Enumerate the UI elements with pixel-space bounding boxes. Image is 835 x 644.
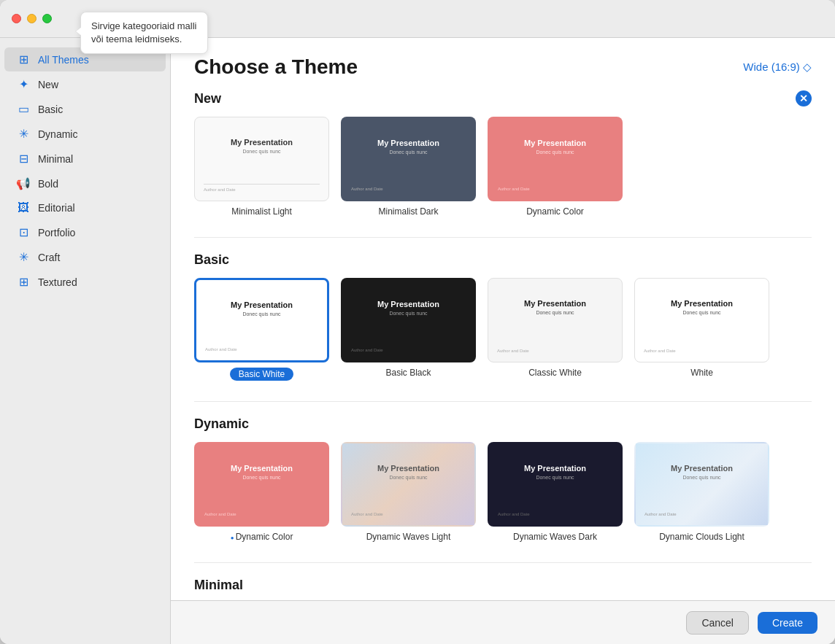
theme-thumbnail-dynamic-color2: My Presentation Donec quis nunc Author a… (194, 442, 329, 527)
slide-text-classic-white: My Presentation Donec quis nunc (524, 299, 586, 315)
theme-label-dynamic-waves-light: Dynamic Waves Light (366, 532, 451, 542)
section-dynamic-title: Dynamic (194, 416, 249, 432)
sidebar-label-minimal: Minimal (38, 153, 73, 165)
theme-dynamic-clouds-light[interactable]: My Presentation Donec quis nunc Author a… (634, 442, 769, 542)
theme-basic-black[interactable]: My Presentation Donec quis nunc Author a… (341, 278, 476, 381)
sidebar-label-bold: Bold (38, 178, 58, 190)
section-dynamic-header: Dynamic (194, 416, 812, 432)
theme-label-minimalist-light: Minimalist Light (231, 206, 292, 217)
theme-label-dynamic-clouds-light: Dynamic Clouds Light (659, 532, 744, 542)
slide-subtitle-cw: Donec quis nunc (524, 310, 586, 315)
slide-title-w: My Presentation (671, 299, 733, 308)
sidebar-item-portfolio[interactable]: ⊡ Portfolio (4, 220, 166, 244)
slide-text-dynamic-color: My Presentation Donec quis nunc (524, 139, 586, 155)
slide-title-cw: My Presentation (524, 299, 586, 308)
theme-dynamic-color2[interactable]: My Presentation Donec quis nunc Author a… (194, 442, 329, 542)
themes-scroll-area[interactable]: New ✕ My Presentation Donec quis nunc (171, 90, 835, 600)
close-button[interactable] (12, 14, 21, 23)
sidebar-label-textured: Textured (38, 276, 77, 288)
slide-title: My Presentation (231, 138, 293, 147)
theme-minimalist-dark[interactable]: My Presentation Donec quis nunc Author a… (341, 117, 476, 217)
theme-thumbnail-basic-black: My Presentation Donec quis nunc Author a… (341, 278, 476, 362)
slide-author-dc2: Author and Date (204, 512, 236, 516)
sidebar-item-new[interactable]: ✦ New (4, 72, 166, 96)
sidebar-item-dynamic[interactable]: ✳ Dynamic (4, 122, 166, 146)
maximize-button[interactable] (42, 14, 52, 23)
sidebar-item-bold[interactable]: 📢 Bold (4, 171, 166, 195)
sidebar-item-craft[interactable]: ✳ Craft (4, 245, 166, 269)
section-dynamic: Dynamic My Presentation Donec quis nunc (194, 416, 812, 542)
sidebar-item-editorial[interactable]: 🖼 Editorial (4, 196, 166, 220)
slide-title-dwd: My Presentation (524, 464, 586, 473)
theme-dynamic-color-new[interactable]: My Presentation Donec quis nunc Author a… (488, 117, 623, 217)
slide-subtitle-dark: Donec quis nunc (377, 150, 439, 155)
theme-label-classic-white: Classic White (528, 368, 582, 378)
slide-subtitle-dc2: Donec quis nunc (231, 475, 293, 480)
sidebar-item-basic[interactable]: ▭ Basic (4, 97, 166, 121)
theme-label-basic-white: Basic White (230, 368, 293, 381)
page-title: Choose a Theme (194, 55, 358, 79)
minimize-button[interactable] (27, 14, 36, 23)
new-themes-row-container: My Presentation Donec quis nunc Author a… (194, 117, 812, 217)
theme-thumbnail-dynamic-color: My Presentation Donec quis nunc Author a… (488, 117, 623, 201)
sidebar-label-dynamic: Dynamic (38, 128, 77, 140)
theme-label-dynamic-color: Dynamic Color (526, 206, 584, 217)
sidebar-label-new: New (38, 79, 58, 90)
main-window: Sirvige kategooriaid malli või teema lei… (0, 0, 835, 644)
theme-thumbnail-dynamic-clouds-light: My Presentation Donec quis nunc Author a… (634, 442, 769, 527)
theme-classic-white[interactable]: My Presentation Donec quis nunc Author a… (488, 278, 623, 381)
slide-subtitle-dwl: Donec quis nunc (377, 475, 439, 480)
main-panel: Choose a Theme Wide (16:9) ◇ New ✕ (171, 38, 835, 644)
slide-author-dcl: Author and Date (644, 512, 677, 516)
section-minimal: Minimal (194, 578, 812, 593)
theme-thumbnail-dynamic-waves-light: My Presentation Donec quis nunc Author a… (341, 442, 476, 527)
theme-label-basic-black: Basic Black (385, 368, 431, 378)
basic-icon: ▭ (16, 102, 31, 116)
theme-dynamic-waves-light[interactable]: My Presentation Donec quis nunc Author a… (341, 442, 476, 542)
sidebar-item-textured[interactable]: ⊞ Textured (4, 270, 166, 294)
theme-thumbnail-minimalist-light: My Presentation Donec quis nunc Author a… (194, 117, 329, 201)
theme-thumbnail-classic-white: My Presentation Donec quis nunc Author a… (488, 278, 623, 362)
create-button[interactable]: Create (758, 612, 817, 634)
slide-title-dcl: My Presentation (671, 464, 733, 473)
slide-text-dwd: My Presentation Donec quis nunc (524, 464, 586, 480)
textured-icon: ⊞ (16, 275, 31, 289)
sidebar-item-minimal[interactable]: ⊟ Minimal (4, 147, 166, 171)
slide-text-minimalist-light: My Presentation Donec quis nunc (231, 138, 293, 154)
new-themes-row: My Presentation Donec quis nunc Author a… (194, 117, 812, 217)
editorial-icon: 🖼 (16, 201, 31, 214)
sidebar-label-portfolio: Portfolio (38, 227, 75, 238)
dynamic-themes-row: My Presentation Donec quis nunc Author a… (194, 442, 812, 542)
basic-themes-row-container: My Presentation Donec quis nunc Author a… (194, 278, 812, 381)
theme-white[interactable]: My Presentation Donec quis nunc Author a… (634, 278, 769, 381)
theme-thumbnail-white: My Presentation Donec quis nunc Author a… (634, 278, 769, 362)
traffic-lights (12, 14, 52, 23)
section-new: New ✕ My Presentation Donec quis nunc (194, 90, 812, 217)
section-basic: Basic My Presentation Donec quis nunc (194, 252, 812, 381)
theme-label-minimalist-dark: Minimalist Dark (378, 206, 438, 217)
slide-text-minimalist-dark: My Presentation Donec quis nunc (377, 139, 439, 155)
close-new-section-button[interactable]: ✕ (796, 90, 812, 106)
theme-thumbnail-dynamic-waves-dark: My Presentation Donec quis nunc Author a… (488, 442, 623, 527)
slide-subtitle-coral: Donec quis nunc (524, 150, 586, 155)
main-header: Choose a Theme Wide (16:9) ◇ (171, 38, 835, 90)
slide-divider (204, 184, 320, 185)
cancel-button[interactable]: Cancel (686, 611, 749, 635)
divider-minimal (194, 562, 812, 563)
slide-author-dwl: Author and Date (351, 512, 383, 516)
theme-dynamic-waves-dark[interactable]: My Presentation Donec quis nunc Author a… (488, 442, 623, 542)
slide-text-dc2: My Presentation Donec quis nunc (231, 464, 293, 480)
tooltip-bubble: Sirvige kategooriaid malli või teema lei… (80, 12, 208, 54)
theme-minimalist-light[interactable]: My Presentation Donec quis nunc Author a… (194, 117, 329, 217)
aspect-ratio-selector[interactable]: Wide (16:9) ◇ (743, 61, 812, 74)
theme-basic-white[interactable]: My Presentation Donec quis nunc Author a… (194, 278, 329, 381)
slide-author-cw: Author and Date (497, 349, 529, 353)
theme-thumbnail-minimalist-dark: My Presentation Donec quis nunc Author a… (341, 117, 476, 201)
sidebar-label-all-themes: All Themes (38, 54, 89, 66)
bold-icon: 📢 (16, 176, 31, 190)
craft-icon: ✳ (16, 250, 31, 264)
all-themes-icon: ⊞ (16, 53, 31, 66)
slide-title-bw: My Presentation (231, 300, 293, 309)
slide-subtitle-bw: Donec quis nunc (231, 311, 293, 317)
slide-title-dwl: My Presentation (377, 464, 439, 473)
